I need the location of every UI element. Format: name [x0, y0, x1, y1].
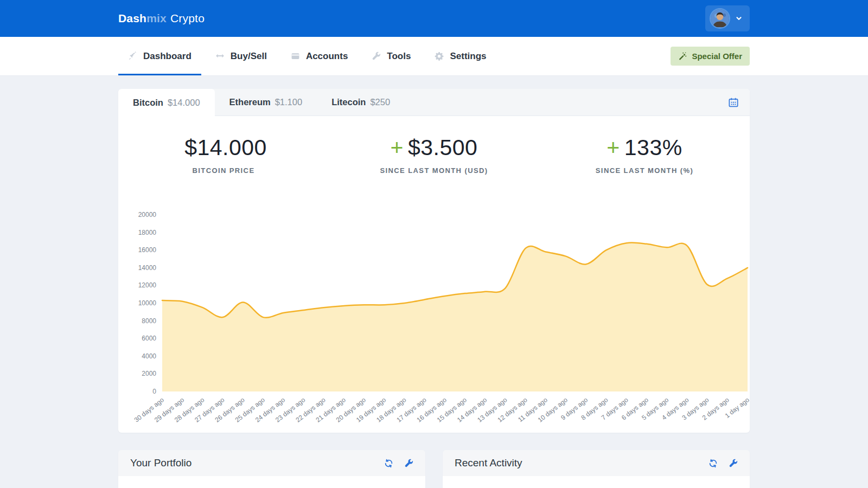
coin-price: $1.100 [275, 97, 302, 107]
portfolio-panel-body [118, 476, 425, 488]
nav-item-tools[interactable]: Tools [362, 37, 420, 75]
coin-tabs: Bitcoin $14.000 Ethereum $1.100 Litecoin… [118, 89, 750, 116]
portfolio-panel-header: Your Portfolio [118, 450, 425, 476]
brand-bold: Dash [118, 12, 146, 24]
brand-rest: Crypto [170, 12, 205, 24]
plus-sign: + [391, 135, 404, 160]
avatar [711, 9, 729, 28]
crypto-card: Bitcoin $14.000 Ethereum $1.100 Litecoin… [118, 89, 750, 433]
recent-activity-panel: Recent Activity [443, 450, 750, 488]
y-tick-label: 10000 [138, 299, 157, 307]
nav-item-label: Tools [387, 51, 411, 62]
area-fill [162, 243, 748, 392]
top-header-bar: DashmixCrypto [0, 0, 868, 37]
y-tick-label: 18000 [138, 229, 157, 236]
calendar-icon [728, 97, 739, 108]
stat-label: SINCE LAST MONTH (USD) [329, 166, 539, 175]
nav-item-dashboard[interactable]: Dashboard [118, 37, 201, 75]
chevron-down-icon [735, 14, 743, 23]
tab-bitcoin[interactable]: Bitcoin $14.000 [118, 89, 215, 116]
rocket-icon [128, 52, 137, 61]
magic-wand-icon [678, 52, 687, 61]
wrench-icon [372, 52, 381, 61]
y-tick-label: 16000 [138, 246, 157, 254]
panel-title: Your Portfolio [130, 457, 192, 469]
avatar-image [711, 9, 729, 28]
settings-button[interactable] [729, 459, 738, 468]
stat-label: SINCE LAST MONTH (%) [539, 166, 750, 175]
coin-name: Ethereum [229, 97, 271, 107]
special-offer-label: Special Offer [692, 52, 742, 61]
y-tick-label: 4000 [142, 352, 156, 360]
nav-item-label: Accounts [306, 51, 348, 62]
nav-item-label: Buy/Sell [231, 51, 267, 62]
stat-label: BITCOIN PRICE [118, 166, 329, 175]
y-axis-labels: 0200040006000800010000120001400016000180… [138, 211, 157, 395]
wallet-icon [291, 52, 300, 61]
refresh-button[interactable] [709, 459, 718, 468]
wrench-icon [404, 459, 413, 468]
x-axis-labels: 30 days ago29 days ago28 days ago27 days… [133, 396, 750, 423]
refresh-button[interactable] [384, 459, 393, 468]
main-navigation: Dashboard Buy/Sell Accounts [0, 37, 868, 76]
refresh-icon [709, 459, 718, 468]
stat-value: $3.500 [408, 135, 477, 160]
stat-value: $14.000 [184, 135, 267, 160]
user-menu-button[interactable] [705, 5, 750, 31]
tab-ethereum[interactable]: Ethereum $1.100 [215, 89, 317, 115]
panel-title: Recent Activity [455, 457, 522, 469]
portfolio-panel: Your Portfolio [118, 450, 425, 488]
nav-item-buy-sell[interactable]: Buy/Sell [206, 37, 277, 75]
y-tick-label: 14000 [138, 264, 157, 272]
nav-item-label: Dashboard [143, 51, 192, 62]
recent-activity-panel-header: Recent Activity [443, 450, 750, 476]
y-tick-label: 8000 [142, 317, 156, 325]
swap-arrows-icon [215, 52, 225, 61]
brand-logo: DashmixCrypto [118, 12, 205, 25]
y-tick-label: 0 [152, 388, 156, 395]
y-tick-label: 2000 [142, 370, 156, 377]
coin-price: $14.000 [168, 98, 200, 108]
nav-item-accounts[interactable]: Accounts [281, 37, 358, 75]
coin-price: $250 [370, 97, 390, 107]
stat-change-percent: +133% SINCE LAST MONTH (%) [539, 136, 750, 175]
stat-bitcoin-price: $14.000 BITCOIN PRICE [118, 136, 329, 175]
coin-name: Litecoin [331, 97, 366, 107]
nav-item-label: Settings [450, 51, 486, 62]
nav-items: Dashboard Buy/Sell Accounts [118, 37, 501, 75]
refresh-icon [384, 459, 393, 468]
bottom-panels: Your Portfolio [118, 450, 750, 488]
settings-button[interactable] [404, 459, 413, 468]
special-offer-button[interactable]: Special Offer [671, 47, 750, 66]
wrench-icon [729, 459, 738, 468]
stat-value: 133% [624, 135, 682, 160]
tab-litecoin[interactable]: Litecoin $250 [317, 89, 405, 115]
y-tick-label: 12000 [138, 281, 157, 289]
bitcoin-chart-svg: 0200040006000800010000120001400016000180… [118, 196, 750, 433]
bitcoin-price-chart: 0200040006000800010000120001400016000180… [118, 196, 750, 433]
plus-sign: + [607, 135, 620, 160]
stat-change-usd: +$3.500 SINCE LAST MONTH (USD) [329, 136, 539, 175]
coin-name: Bitcoin [133, 98, 163, 108]
main-content: Bitcoin $14.000 Ethereum $1.100 Litecoin… [118, 89, 750, 488]
recent-activity-panel-body [443, 476, 750, 488]
brand-light: mix [146, 12, 167, 24]
y-tick-label: 6000 [142, 335, 156, 342]
nav-item-settings[interactable]: Settings [425, 37, 496, 75]
y-tick-label: 20000 [138, 211, 157, 219]
stats-row: $14.000 BITCOIN PRICE +$3.500 SINCE LAST… [118, 116, 750, 196]
date-range-button[interactable] [717, 89, 750, 115]
gear-icon [435, 52, 444, 61]
